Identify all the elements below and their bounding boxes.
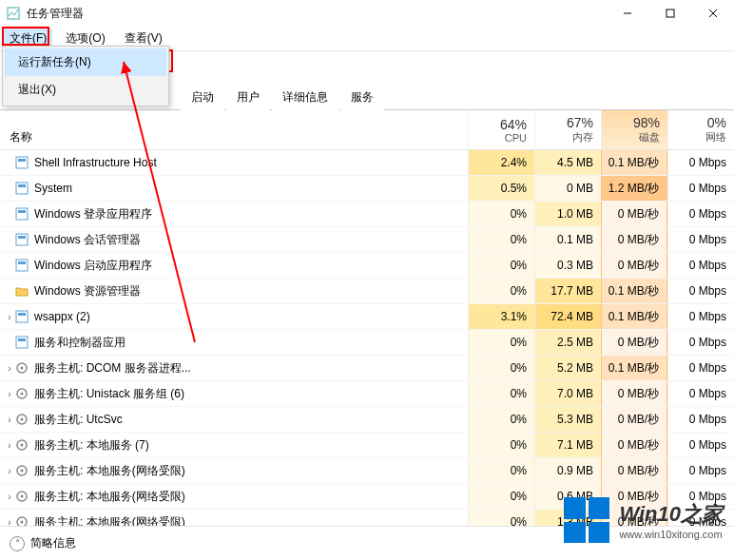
tab-services[interactable]: 服务 — [340, 85, 384, 110]
column-memory[interactable]: 67% 内存 — [534, 110, 601, 149]
column-name[interactable]: 名称 — [0, 110, 468, 149]
cell-memory: 17.7 MB — [534, 279, 601, 303]
watermark-title: Win10之家 — [619, 500, 723, 529]
process-icon — [13, 156, 30, 169]
svg-rect-12 — [18, 236, 26, 239]
tab-startup[interactable]: 启动 — [181, 85, 224, 110]
svg-rect-11 — [16, 234, 28, 245]
maximize-button[interactable] — [648, 0, 691, 27]
expand-icon[interactable]: › — [0, 466, 13, 476]
cell-disk: 0 MB/秒 — [601, 433, 667, 457]
cell-disk: 0 MB/秒 — [601, 330, 667, 355]
table-row[interactable]: 服务和控制器应用0%2.5 MB0 MB/秒0 Mbps — [0, 330, 734, 356]
svg-point-32 — [21, 521, 24, 524]
cell-disk: 0 MB/秒 — [601, 227, 667, 252]
expand-icon[interactable]: › — [0, 440, 13, 451]
table-row[interactable]: System0.5%0 MB1.2 MB/秒0 Mbps — [0, 176, 734, 202]
process-name: Windows 会话管理器 — [30, 232, 468, 248]
net-percent: 0% — [670, 115, 726, 130]
cell-network: 0 Mbps — [667, 356, 734, 380]
cell-cpu: 0% — [468, 458, 534, 483]
cell-disk: 0.1 MB/秒 — [601, 279, 667, 303]
cell-cpu: 0% — [468, 381, 534, 406]
process-name: 服务主机: 本地服务(网络受限) — [30, 489, 468, 505]
process-icon — [13, 438, 30, 452]
process-name: 服务主机: 本地服务 (7) — [30, 437, 468, 454]
cell-cpu: 0.5% — [468, 176, 534, 201]
watermark: Win10之家 www.win10xitong.com — [564, 497, 723, 543]
column-network[interactable]: 0% 网络 — [667, 110, 734, 149]
cell-memory: 0.9 MB — [534, 458, 601, 483]
cell-cpu: 0% — [468, 227, 534, 252]
expand-icon[interactable]: › — [0, 415, 13, 425]
cell-cpu: 0% — [468, 253, 534, 278]
cell-memory: 7.1 MB — [534, 433, 601, 457]
svg-rect-5 — [16, 157, 28, 168]
cell-disk: 0 MB/秒 — [601, 202, 667, 226]
table-row[interactable]: ›服务主机: DCOM 服务器进程...0%5.2 MB0.1 MB/秒0 Mb… — [0, 356, 734, 381]
table-row[interactable]: ›服务主机: 本地服务 (7)0%7.1 MB0 MB/秒0 Mbps — [0, 433, 734, 458]
svg-rect-15 — [16, 311, 28, 322]
brief-info-link[interactable]: 简略信息 — [30, 535, 76, 551]
process-name: 服务主机: 本地服务(网络受限) — [30, 463, 468, 479]
table-row[interactable]: Windows 会话管理器0%0.1 MB0 MB/秒0 Mbps — [0, 227, 734, 253]
cell-network: 0 Mbps — [667, 202, 734, 226]
svg-rect-8 — [18, 184, 26, 187]
net-label: 网络 — [670, 130, 726, 145]
table-row[interactable]: Windows 启动应用程序0%0.3 MB0 MB/秒0 Mbps — [0, 253, 734, 279]
cell-cpu: 0% — [468, 407, 534, 432]
menu-item-new-task[interactable]: 运行新任务(N) — [5, 48, 166, 76]
cell-memory: 4.5 MB — [534, 150, 601, 175]
column-disk[interactable]: 98% 磁盘 — [601, 110, 667, 149]
process-name: Windows 资源管理器 — [30, 283, 468, 299]
cell-memory: 1.0 MB — [534, 202, 601, 226]
process-name: Windows 登录应用程序 — [30, 206, 468, 222]
table-row[interactable]: Windows 登录应用程序0%1.0 MB0 MB/秒0 Mbps — [0, 202, 734, 227]
cell-disk: 0 MB/秒 — [601, 253, 667, 278]
tab-details[interactable]: 详细信息 — [272, 85, 338, 110]
expand-icon[interactable]: › — [0, 389, 13, 399]
chevron-up-icon[interactable]: ˄ — [10, 536, 25, 551]
cell-memory: 7.0 MB — [534, 381, 601, 406]
svg-rect-0 — [8, 8, 19, 19]
expand-icon[interactable]: › — [0, 363, 13, 374]
menu-item-exit[interactable]: 退出(X) — [5, 76, 166, 104]
process-icon — [13, 233, 30, 246]
svg-rect-17 — [16, 337, 28, 348]
tab-users[interactable]: 用户 — [226, 85, 270, 110]
process-icon — [13, 207, 30, 221]
file-menu-dropdown: 运行新任务(N) 退出(X) — [2, 46, 169, 106]
windows-logo-icon — [564, 497, 609, 543]
cell-network: 0 Mbps — [667, 279, 734, 303]
expand-icon[interactable]: › — [0, 312, 13, 322]
table-row[interactable]: Windows 资源管理器0%17.7 MB0.1 MB/秒0 Mbps — [0, 279, 734, 304]
column-cpu[interactable]: 64% CPU — [468, 110, 534, 149]
cell-memory: 5.2 MB — [534, 356, 601, 380]
table-row[interactable]: ›服务主机: 本地服务(网络受限)0%0.9 MB0 MB/秒0 Mbps — [0, 458, 734, 484]
menubar: 文件(F) 选项(O) 查看(V) 运行新任务(N) 退出(X) — [0, 27, 734, 51]
svg-rect-10 — [18, 210, 26, 213]
table-row[interactable]: ›wsappx (2)3.1%72.4 MB0.1 MB/秒0 Mbps — [0, 304, 734, 330]
cell-memory: 5.3 MB — [534, 407, 601, 432]
cell-memory: 0 MB — [534, 176, 601, 201]
cell-disk: 0 MB/秒 — [601, 407, 667, 432]
table-row[interactable]: ›服务主机: UtcSvc0%5.3 MB0 MB/秒0 Mbps — [0, 407, 734, 433]
minimize-button[interactable] — [606, 0, 648, 27]
table-row[interactable]: ›服务主机: Unistack 服务组 (6)0%7.0 MB0 MB/秒0 M… — [0, 381, 734, 407]
cell-memory: 0.3 MB — [534, 253, 601, 278]
svg-point-24 — [21, 418, 24, 421]
svg-rect-2 — [666, 10, 674, 17]
table-row[interactable]: Shell Infrastructure Host2.4%4.5 MB0.1 M… — [0, 150, 734, 176]
process-icon — [13, 336, 30, 349]
cell-disk: 0.1 MB/秒 — [601, 304, 667, 329]
cell-cpu: 0% — [468, 433, 534, 457]
close-button[interactable] — [691, 0, 734, 27]
process-icon — [13, 310, 30, 323]
mem-percent: 67% — [537, 115, 593, 130]
svg-point-26 — [21, 444, 24, 447]
cell-disk: 0.1 MB/秒 — [601, 356, 667, 380]
process-name: wsappx (2) — [30, 310, 468, 323]
cell-cpu: 2.4% — [468, 150, 534, 175]
expand-icon[interactable]: › — [0, 492, 13, 502]
titlebar: 任务管理器 — [0, 0, 734, 27]
